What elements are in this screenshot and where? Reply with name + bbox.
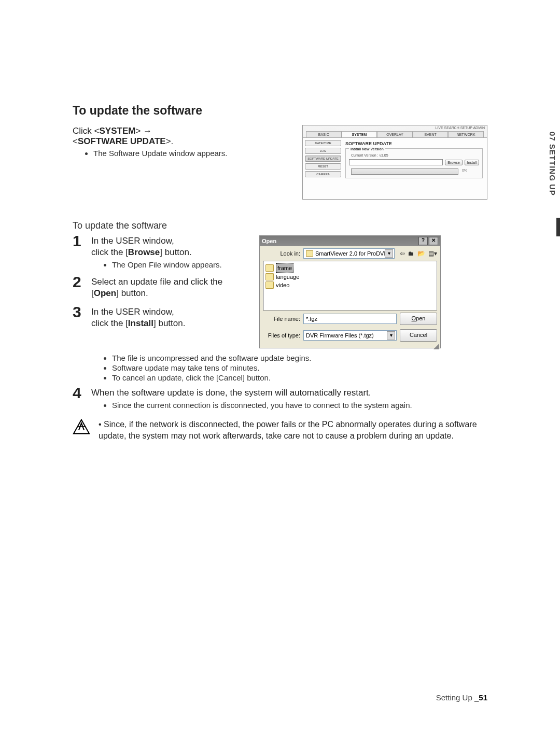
warning-text: • Since, if the network is disconnected,…: [99, 419, 487, 441]
tab-system[interactable]: SYSTEM: [342, 131, 377, 137]
panel-title: SOFTWARE UPDATE: [345, 141, 485, 146]
legend: Install New Version: [349, 147, 385, 151]
heading-update-software: To update the software: [73, 104, 487, 118]
look-in-combo[interactable]: SmartViewer 2.0 for ProDVR: [303, 248, 395, 259]
screenshot-software-update: LIVE SEARCH SETUP ADMIN BASIC SYSTEM OVE…: [302, 125, 487, 200]
folder-item[interactable]: video: [265, 281, 435, 289]
txt: ] button.: [116, 288, 148, 298]
shot1-topbar: LIVE SEARCH SETUP ADMIN: [303, 125, 487, 130]
file-type-combo[interactable]: DVR Firmware Files (*.tgz): [303, 330, 397, 341]
dialog-toolbar: ⇦ 🖿 📂 ▤▾: [398, 250, 437, 257]
install-button[interactable]: Install: [465, 160, 479, 165]
kw-open: Open: [94, 288, 116, 298]
fieldset-install: Install New Version Current Version : v3…: [345, 148, 483, 178]
close-button[interactable]: ✕: [429, 237, 438, 245]
file-name-input[interactable]: *.tgz: [303, 314, 397, 324]
txt: <: [73, 136, 78, 146]
side-datetime[interactable]: DATE/TIME: [305, 140, 341, 146]
back-icon[interactable]: ⇦: [400, 250, 405, 257]
txt: When the software update is done, the sy…: [91, 388, 371, 398]
shot1-tabs: BASIC SYSTEM OVERLAY EVENT NETWORK: [303, 130, 487, 137]
txt: >.: [166, 136, 174, 146]
side-reset[interactable]: RESET: [305, 163, 341, 170]
current-version: Current Version : v3.05: [351, 153, 479, 157]
thumb-index-mark: [556, 218, 560, 236]
kw-install: Install: [128, 318, 153, 328]
bullet: To cancel an update, click the [Cancel] …: [112, 373, 487, 382]
txt: click the [: [91, 247, 128, 257]
shot1-panel: SOFTWARE UPDATE Install New Version Curr…: [343, 140, 485, 197]
dialog-titlebar[interactable]: Open ? ✕: [260, 236, 440, 246]
folder-icon: [265, 264, 274, 272]
txt: ] button.: [153, 318, 185, 328]
side-camera[interactable]: CAMERA: [305, 171, 341, 177]
folder-icon: [265, 281, 274, 289]
bullet: Software update may take tens of minutes…: [112, 363, 487, 372]
txt: > →: [135, 126, 152, 136]
resize-grip[interactable]: ◢: [260, 344, 440, 348]
folder-icon: [265, 273, 274, 280]
screenshot-open-dialog: Open ? ✕ Look in: SmartViewer 2.0 for Pr…: [259, 235, 441, 348]
help-button[interactable]: ?: [418, 237, 428, 245]
tab-overlay[interactable]: OVERLAY: [377, 131, 413, 137]
file-path-input[interactable]: [349, 159, 443, 165]
cancel-button[interactable]: Cancel: [400, 329, 437, 342]
browse-button[interactable]: Browse: [445, 160, 462, 165]
manual-page: 07 SETTING UP To update the software Cli…: [0, 0, 560, 733]
up-folder-icon[interactable]: 🖿: [408, 250, 414, 257]
dialog-title: Open: [262, 238, 276, 244]
folder-name: frame: [276, 263, 293, 273]
file-list-pane[interactable]: frame language video: [263, 261, 437, 311]
page-footer: Setting Up _51: [436, 693, 487, 702]
kw-browse: Browse: [128, 247, 160, 257]
folder-name: language: [276, 273, 299, 281]
file-type-label: Files of type:: [263, 332, 300, 339]
txt: ] button.: [160, 247, 191, 257]
tab-basic[interactable]: BASIC: [306, 131, 342, 137]
open-button[interactable]: Open: [400, 313, 437, 325]
warning-icon: [73, 419, 90, 434]
folder-name: video: [276, 281, 289, 289]
view-menu-icon[interactable]: ▤▾: [428, 250, 437, 257]
tab-event[interactable]: EVENT: [413, 131, 449, 137]
folder-icon: [306, 250, 313, 257]
progress-bar: 0%: [351, 168, 458, 175]
kw-software-update: SOFTWARE UPDATE: [78, 136, 166, 146]
txt: Select an update file and click the: [91, 277, 222, 287]
look-in-value: SmartViewer 2.0 for ProDVR: [315, 250, 388, 257]
step-1: In the USER window, click the [Browse] b…: [73, 235, 244, 269]
footer-section: Setting Up _: [436, 693, 479, 702]
look-in-label: Look in:: [263, 250, 300, 257]
warning-body: Since, if the network is disconnected, t…: [99, 420, 477, 440]
file-name-label: File name:: [263, 316, 300, 322]
txt: Click <: [73, 126, 99, 136]
file-name-value: *.tgz: [306, 316, 317, 322]
warning-block: • Since, if the network is disconnected,…: [73, 419, 487, 441]
progress-pct: 0%: [462, 168, 467, 172]
new-folder-icon[interactable]: 📂: [417, 250, 425, 257]
folder-item[interactable]: language: [265, 273, 435, 281]
side-log[interactable]: LOG: [305, 148, 341, 154]
bullet: The Open File window appears.: [112, 260, 244, 269]
bullet: Since the current connection is disconne…: [112, 401, 487, 410]
txt: click the [: [91, 318, 128, 328]
bullet: The file is uncompressed and the softwar…: [112, 354, 487, 362]
subheading-update-software: To update the software: [73, 220, 487, 231]
intro-bullet: The Software Update window appears.: [93, 149, 287, 158]
side-tab: 07 SETTING UP: [547, 130, 558, 198]
txt: In the USER window,: [91, 307, 174, 317]
folder-item[interactable]: frame: [265, 263, 435, 273]
open-btn-rest: pen: [416, 315, 425, 321]
file-type-value: DVR Firmware Files (*.tgz): [306, 332, 374, 339]
step-2: Select an update file and click the [Ope…: [73, 276, 244, 299]
step-4: When the software update is done, the sy…: [73, 387, 487, 410]
intro-instruction: Click <SYSTEM> → <SOFTWARE UPDATE>.: [73, 126, 287, 147]
kw-system: SYSTEM: [99, 126, 135, 136]
page-number: 51: [479, 693, 487, 702]
txt: In the USER window,: [91, 236, 174, 246]
shot1-sidebar: DATE/TIME LOG SOFTWARE UPDATE RESET CAME…: [305, 140, 341, 197]
tab-network[interactable]: NETWORK: [448, 131, 484, 137]
side-software-update[interactable]: SOFTWARE UPDATE: [305, 156, 341, 162]
step-3: In the USER window, click the [Install] …: [73, 306, 244, 329]
